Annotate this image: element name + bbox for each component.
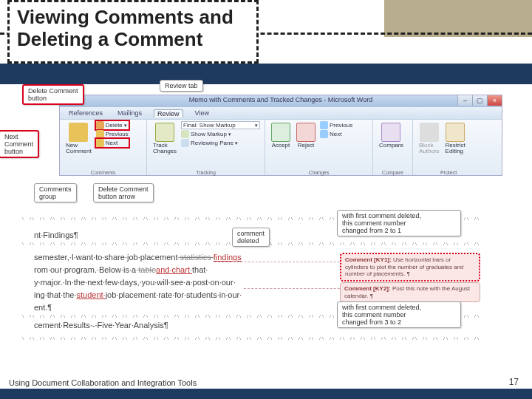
accept-icon xyxy=(271,123,290,142)
block-authors-icon xyxy=(420,123,439,142)
t2a: rom·our·program.·Below·is·a· xyxy=(34,265,138,274)
t2c: and·chart· xyxy=(156,265,192,274)
show-markup-icon xyxy=(181,130,189,138)
compare-button[interactable]: Compare xyxy=(378,121,405,150)
changes-previous-button[interactable]: Previous xyxy=(320,121,352,129)
previous-label: Previous xyxy=(106,131,129,137)
connector-2 xyxy=(244,288,347,289)
t3: y·major.·In·the·next·few·days,·you·will·… xyxy=(34,278,236,287)
t4a: ing·that·the· xyxy=(34,290,77,299)
restrict-editing-button[interactable]: Restrict Editing xyxy=(444,121,467,156)
maximize-button[interactable]: ▢ xyxy=(472,95,487,106)
block-authors-label: Block Authors xyxy=(419,143,440,154)
next-icon xyxy=(96,139,104,147)
display-mode-label: Final: Show Markup xyxy=(183,122,236,129)
group-tracking: Track Changes Final: Show Markup▾ Show M… xyxy=(147,120,265,175)
track-changes-label: Track Changes xyxy=(153,143,177,154)
callout-first-deleted-2to1: with first comment deleted, this comment… xyxy=(337,210,461,236)
comment1-head: Comment [KY1]: xyxy=(345,256,392,263)
t1b: statistics· xyxy=(180,253,214,262)
t2b: table xyxy=(138,265,156,274)
content-area: Delete Comment button Review tab Next Co… xyxy=(0,84,532,369)
wavy-bot xyxy=(22,337,480,340)
top-accent xyxy=(384,0,532,37)
connector-1 xyxy=(214,262,347,262)
reviewing-pane-label: Reviewing Pane xyxy=(191,140,233,146)
new-comment-icon xyxy=(69,123,88,142)
tab-mailings[interactable]: Mailings xyxy=(115,109,145,117)
compare-group-label: Compare xyxy=(373,170,412,175)
delete-icon xyxy=(96,121,104,129)
footer: Using Document Collaboration and Integra… xyxy=(0,369,532,399)
footer-text: Using Document Collaboration and Integra… xyxy=(9,378,197,387)
show-markup-button[interactable]: Show Markup▾ xyxy=(181,130,260,138)
slide-title: Viewing Comments and Deleting a Comment xyxy=(17,7,249,51)
delete-comment-button[interactable]: Delete▾ xyxy=(96,121,129,129)
window-buttons: – ▢ × xyxy=(457,95,502,106)
callout-delete-comment-button: Delete Comment button xyxy=(22,84,84,105)
callout-comment-deleted: comment deleted xyxy=(232,228,270,247)
page-number: 17 xyxy=(509,377,519,387)
new-comment-button[interactable]: New Comment xyxy=(64,121,93,156)
reject-icon xyxy=(296,123,316,142)
ribbon-body: New Comment Delete▾ Previous Next Commen… xyxy=(60,119,502,175)
t1a: semester,·I·want·to·share·job·placement· xyxy=(34,253,180,262)
group-changes: Accept Reject Previous Next Changes xyxy=(265,120,373,175)
previous-comment-button[interactable]: Previous xyxy=(96,130,129,138)
callout-comments-group: Comments group xyxy=(34,183,77,202)
callout-review-tab: Review tab xyxy=(160,80,203,92)
reject-button[interactable]: Reject xyxy=(295,121,317,150)
chg-next-label: Next xyxy=(330,131,341,137)
display-mode-dropdown[interactable]: Final: Show Markup▾ xyxy=(181,121,260,129)
doc-body-text: semester,·I·want·to·share·job·placement·… xyxy=(34,251,300,314)
tab-review[interactable]: Review xyxy=(154,109,183,117)
comment-bubble-1[interactable]: Comment [KY1]: Use horizontal bars or cy… xyxy=(340,253,480,282)
tracking-group-label: Tracking xyxy=(147,170,265,175)
word-titlebar: Memo with Comments and Tracked Changes -… xyxy=(60,95,502,107)
tab-references[interactable]: References xyxy=(66,109,106,117)
chg-prev-icon xyxy=(320,121,328,129)
t2d: that· xyxy=(192,265,208,274)
next-comment-button[interactable]: Next xyxy=(96,139,129,147)
reviewing-pane-button[interactable]: Reviewing Pane▾ xyxy=(181,139,260,147)
block-authors-button[interactable]: Block Authors xyxy=(417,121,441,156)
changes-next-button[interactable]: Next xyxy=(320,130,352,138)
restrict-editing-icon xyxy=(446,123,465,142)
callout-next-comment-button: Next Comment button xyxy=(0,130,39,158)
comments-group-label: Comments xyxy=(60,170,146,175)
compare-label: Compare xyxy=(379,143,403,149)
t4c: job·placement·rate·for·students·in·our· xyxy=(106,290,242,299)
reject-label: Reject xyxy=(298,143,315,149)
tab-view[interactable]: View xyxy=(192,109,212,117)
restrict-editing-label: Restrict Editing xyxy=(446,143,466,154)
show-markup-label: Show Markup xyxy=(191,131,227,137)
protect-group-label: Protect xyxy=(413,170,484,175)
track-changes-button[interactable]: Track Changes xyxy=(151,121,178,156)
blue-band xyxy=(0,64,532,84)
group-protect: Block Authors Restrict Editing Protect xyxy=(413,120,484,175)
callout-first-deleted-3to2: with first comment deleted, this comment… xyxy=(337,301,461,328)
group-compare: Compare Compare xyxy=(373,120,413,175)
comment-bubble-2[interactable]: Comment [KY2]: Post this note with the A… xyxy=(340,282,480,302)
word-window: Memo with Comments and Tracked Changes -… xyxy=(59,95,502,176)
next-label: Next xyxy=(106,140,117,146)
footer-bar xyxy=(0,389,532,399)
chg-prev-label: Previous xyxy=(330,122,352,129)
doc-heading-top: nt·Findings¶ xyxy=(34,231,78,239)
t4b: student· xyxy=(77,290,106,299)
track-changes-icon xyxy=(155,123,174,142)
chg-next-icon xyxy=(320,130,328,138)
previous-icon xyxy=(96,130,104,138)
slide-title-box: Viewing Comments and Deleting a Comment xyxy=(7,0,259,64)
compare-icon xyxy=(381,123,400,142)
close-button[interactable]: × xyxy=(487,95,502,106)
group-comments: New Comment Delete▾ Previous Next Commen… xyxy=(60,120,147,175)
delete-label: Delete xyxy=(106,122,123,129)
word-title: Memo with Comments and Tracked Changes -… xyxy=(189,96,372,103)
t5: ent.¶ xyxy=(34,303,52,312)
ribbon-tabs: References Mailings Review View xyxy=(60,107,502,119)
accept-button[interactable]: Accept xyxy=(270,121,292,150)
accept-label: Accept xyxy=(272,143,290,149)
minimize-button[interactable]: – xyxy=(457,95,472,106)
changes-group-label: Changes xyxy=(265,170,372,175)
